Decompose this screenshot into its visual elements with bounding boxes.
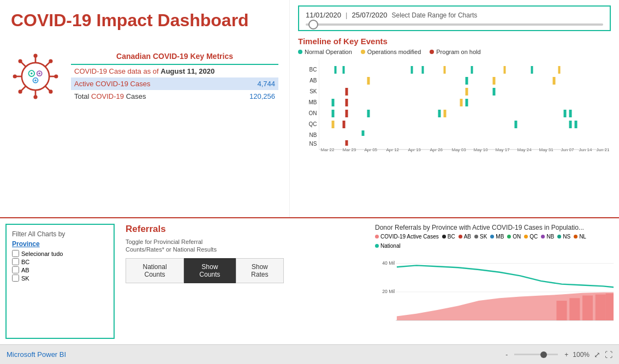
donor-dot-sk [474,235,478,238]
svg-point-12 [49,59,52,63]
donor-legend-ab: AB [459,234,471,240]
svg-rect-62 [569,121,572,128]
donor-legend: COVID-19 Active Cases BC AB SK MB [375,234,614,249]
svg-rect-32 [335,66,337,74]
svg-rect-55 [438,110,441,117]
svg-rect-64 [362,130,365,136]
svg-rect-50 [460,99,463,106]
svg-point-14 [19,89,22,93]
svg-text:20 Mil: 20 Mil [382,289,395,294]
filter-subtitle: Province [12,240,108,248]
btn-show-rates[interactable]: Show Rates [236,258,284,283]
svg-rect-37 [471,66,473,74]
svg-rect-57 [564,110,567,117]
legend-hold: Program on hold [430,49,480,55]
donor-legend-active: COVID-19 Active Cases [375,234,439,240]
donor-legend-bc: BC [442,234,455,240]
svg-rect-43 [493,77,496,85]
active-value: 4,744 [257,80,275,88]
donor-legend-ns: NS [557,234,570,240]
fullscreen-icon[interactable]: ⛶ [605,350,612,359]
toggle-buttons: National Counts Show Counts Show Rates [126,258,284,283]
donor-legend-on: ON [507,234,521,240]
svg-point-10 [19,59,22,63]
svg-rect-59 [332,121,335,128]
filter-checkbox-sk[interactable] [12,275,19,282]
expand-icon[interactable]: ⤢ [594,350,600,359]
donor-dot-mb [490,235,494,238]
zoom-level: 100% [573,351,590,359]
svg-rect-35 [422,66,424,74]
dashboard-title: COVID-19 Impact Dashboard [11,11,278,30]
svg-point-22 [34,80,37,82]
filter-checkbox-all[interactable] [12,250,19,257]
svg-line-15 [45,86,50,91]
svg-rect-45 [346,88,348,96]
donor-dot-qc [524,235,528,238]
zoom-slider[interactable] [514,354,558,355]
left-panel: COVID-19 Impact Dashboard [0,0,289,217]
svg-text:NS: NS [310,141,317,147]
svg-text:NB: NB [310,132,317,138]
powerbi-link[interactable]: Microsoft Power BI [7,350,66,359]
right-panel: 11/01/2020 | 25/07/2020 Select Date Rang… [289,0,619,217]
svg-text:QC: QC [309,121,317,127]
date-separator: | [346,11,347,19]
svg-rect-87 [569,298,580,320]
donor-dot-on [507,235,511,238]
footer-bar: Microsoft Power BI - + 100% ⤢ ⛶ [0,344,619,364]
svg-rect-61 [515,121,517,128]
svg-rect-56 [444,110,447,117]
filter-title: Filter All Charts by [12,230,108,238]
filter-checkbox-ab[interactable] [12,266,19,273]
svg-line-13 [21,86,26,91]
zoom-plus[interactable]: + [564,351,568,359]
svg-text:40 Mil: 40 Mil [382,260,395,266]
donor-legend-national: National [375,243,401,249]
zoom-minus[interactable]: - [505,351,508,359]
date-end: 25/07/2020 [352,11,387,19]
svg-rect-51 [466,99,468,106]
svg-point-0 [22,63,49,90]
filter-item-ab: AB [12,266,108,273]
zoom-thumb[interactable] [540,351,547,358]
svg-point-6 [13,75,17,79]
footer-right: - + 100% ⤢ ⛶ [505,350,612,359]
metrics-table: COVID-19 Case data as of August 11, 2020… [71,64,278,103]
svg-rect-89 [596,295,606,321]
date-range-box[interactable]: 11/01/2020 | 25/07/2020 Select Date Rang… [298,5,611,31]
donor-legend-nl: NL [574,234,586,240]
btn-national-counts[interactable]: National Counts [126,258,184,283]
donor-chart-panel: Donor Referrals by Province with Active … [372,218,619,344]
filter-item-bc: BC [12,258,108,265]
btn-show-counts[interactable]: Show Counts [184,258,235,283]
svg-rect-39 [531,66,533,74]
date-slider-track[interactable] [306,23,603,26]
svg-line-11 [45,62,50,67]
filter-checkbox-bc[interactable] [12,258,19,265]
svg-rect-52 [332,110,335,117]
date-slider-thumb[interactable] [308,20,318,29]
donor-legend-nb: NB [541,234,554,240]
donor-dot-national [375,244,379,248]
donor-dot-bc [442,235,446,238]
svg-rect-47 [493,88,496,96]
svg-point-2 [33,54,37,58]
bottom-section: Filter All Charts by Province Selecionar… [0,218,619,344]
active-label: Active COVID-19 Cases [74,80,150,88]
total-value: 120,256 [249,92,275,100]
donor-legend-mb: MB [490,234,504,240]
svg-rect-86 [557,301,567,320]
svg-rect-33 [343,66,345,74]
svg-point-16 [49,89,52,93]
svg-line-9 [21,62,26,67]
filter-item-sk: SK [12,275,108,282]
metrics-section: Canadian COVID-19 Key Metrics COVID-19 C… [11,52,278,103]
metrics-box: Canadian COVID-19 Key Metrics COVID-19 C… [71,52,278,103]
legend-dot-hold [430,50,434,54]
svg-text:ON: ON [309,110,317,116]
total-label: Total COVID-19 Cases [74,92,146,100]
svg-rect-54 [367,110,370,117]
svg-rect-40 [558,66,561,74]
svg-rect-38 [504,66,506,74]
